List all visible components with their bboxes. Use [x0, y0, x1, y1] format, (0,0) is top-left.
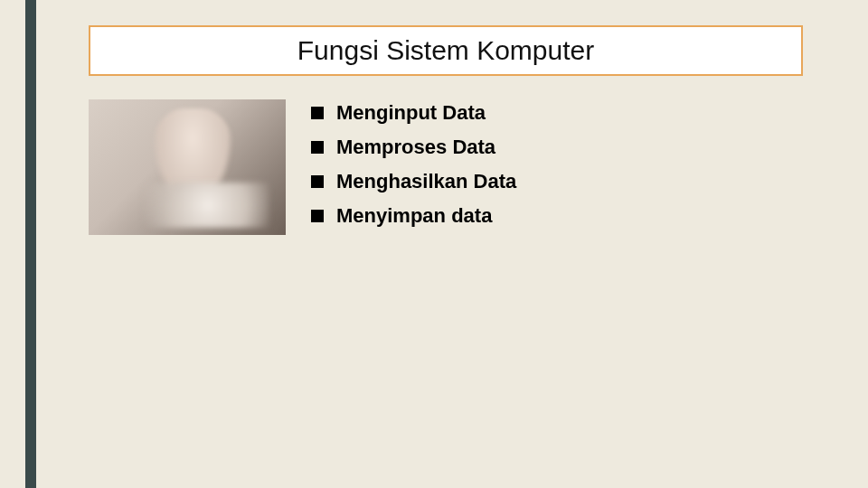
list-item: Menyimpan data: [311, 204, 516, 228]
title-box: Fungsi Sistem Komputer: [89, 25, 803, 76]
content-row: Menginput Data Memproses Data Menghasilk…: [89, 99, 516, 239]
list-item: Menghasilkan Data: [311, 170, 516, 193]
square-bullet-icon: [311, 210, 324, 222]
square-bullet-icon: [311, 141, 324, 154]
bullet-text: Menginput Data: [336, 101, 486, 125]
photo-keyboard-user: [89, 99, 286, 235]
bullet-text: Menyimpan data: [336, 204, 492, 228]
bullet-text: Menghasilkan Data: [336, 170, 516, 193]
accent-bar: [25, 0, 36, 488]
list-item: Menginput Data: [311, 101, 516, 125]
slide-title: Fungsi Sistem Komputer: [297, 35, 594, 66]
bullet-text: Memproses Data: [336, 136, 495, 159]
square-bullet-icon: [311, 175, 324, 188]
square-bullet-icon: [311, 107, 324, 119]
bullet-list: Menginput Data Memproses Data Menghasilk…: [311, 99, 516, 239]
list-item: Memproses Data: [311, 136, 516, 159]
